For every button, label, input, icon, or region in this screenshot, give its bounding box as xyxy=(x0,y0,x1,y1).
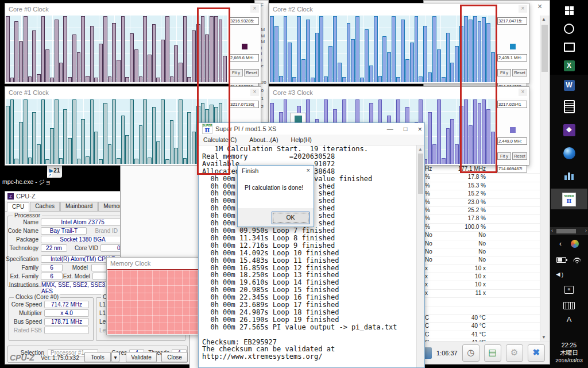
close-icon[interactable]: × xyxy=(519,89,527,96)
scroll-thumb[interactable] xyxy=(418,154,423,194)
sensor-row[interactable]: No No xyxy=(424,248,541,256)
superpi-titlebar[interactable]: SUPERπ Super PI / mod1.5 XS — □ × xyxy=(199,123,424,135)
sensor-row[interactable]: % 17.8 % xyxy=(424,215,541,223)
clock-bar xyxy=(338,63,342,83)
vertical-scrollbar[interactable]: ▲ ▼ xyxy=(540,16,550,341)
clock-bar xyxy=(174,45,178,82)
cortana-icon[interactable] xyxy=(550,22,588,36)
sensor-row[interactable]: x 11 x xyxy=(424,290,541,298)
tab-cpu[interactable]: CPU xyxy=(7,202,29,212)
scroll-left-icon[interactable]: ‹ xyxy=(551,228,553,233)
close-icon[interactable]: × xyxy=(519,5,527,13)
sensor-row[interactable]: x 10 x xyxy=(424,281,541,289)
purple-app-icon[interactable]: ❖ xyxy=(550,122,588,138)
clock-bar xyxy=(347,23,351,83)
sensor-row[interactable]: x 10 x xyxy=(424,265,541,273)
tab-mainboard[interactable]: Mainboard xyxy=(60,202,98,211)
core0-clock-graph xyxy=(6,15,227,82)
background-window-panel xyxy=(120,166,200,258)
shortcut-label[interactable]: mpc-hc.exe - ジョ xyxy=(2,178,88,186)
fit-y-button[interactable]: Fit y xyxy=(497,152,511,160)
vertical-scrollbar[interactable]: ▲ xyxy=(416,145,424,367)
fit-y-button[interactable]: Fit y xyxy=(229,69,243,76)
clock-bar xyxy=(284,16,288,82)
reset-button[interactable]: Reset xyxy=(244,69,259,76)
sensor-row[interactable]: % 100.0 % xyxy=(424,224,541,232)
clock-bar xyxy=(419,76,423,82)
battery-icon[interactable] xyxy=(556,257,566,263)
speaker-icon[interactable]: ◄) xyxy=(555,270,563,278)
sensor-row[interactable]: No No xyxy=(424,232,541,240)
touch-keyboard-icon[interactable] xyxy=(550,300,588,310)
sensor-row[interactable]: No No xyxy=(424,240,541,248)
tab-caches[interactable]: Caches xyxy=(30,202,60,211)
clock-bar xyxy=(351,39,355,82)
sensor-row[interactable]: % 15.2 % xyxy=(424,190,541,198)
sensor-row[interactable] xyxy=(424,298,541,306)
calculator-icon[interactable] xyxy=(550,99,588,114)
close-icon[interactable]: × xyxy=(535,3,545,12)
wifi-icon[interactable] xyxy=(572,256,582,263)
clock-bar xyxy=(324,76,328,82)
reset-button[interactable]: Reset xyxy=(512,69,527,76)
clock-bar xyxy=(187,112,191,164)
current-value: 2,669.6 MH: xyxy=(229,54,259,62)
superpi-taskbar-button[interactable]: SUPERπ xyxy=(551,189,587,209)
sensor-row[interactable]: C 40 °C xyxy=(424,315,541,323)
sensor-row[interactable]: % 25.2 % xyxy=(424,207,541,215)
scroll-thumb[interactable] xyxy=(556,229,576,233)
task-view-icon[interactable] xyxy=(550,40,588,54)
minimize-icon[interactable]: — xyxy=(387,125,393,132)
report-button[interactable]: ▤ xyxy=(484,344,501,362)
dialog-titlebar[interactable]: Finish × xyxy=(238,166,314,176)
tools-button[interactable]: Tools xyxy=(84,352,111,362)
word-icon[interactable]: W xyxy=(550,78,588,92)
tray-expand-chevron-icon[interactable]: ‹ xyxy=(559,240,562,248)
sensor-row[interactable] xyxy=(424,306,541,315)
fit-y-button[interactable]: Fit y xyxy=(497,69,511,76)
reset-button[interactable]: Reset xyxy=(512,152,527,160)
current-value: 2,405.1 MH: xyxy=(497,54,527,62)
sensor-row[interactable]: % 23.0 % xyxy=(424,199,541,207)
ok-button[interactable]: OK xyxy=(272,212,310,224)
sensor-row[interactable]: % 15.3 % xyxy=(424,182,541,190)
package-field: Socket 1380 BGA xyxy=(41,236,125,243)
scroll-up-icon[interactable]: ▲ xyxy=(418,147,423,152)
clock-button[interactable]: ◷ xyxy=(462,344,479,362)
settings-gear-icon[interactable]: ⚙ xyxy=(506,344,523,362)
sensor-row[interactable]: % 17.8 % xyxy=(424,174,541,182)
sensor-row[interactable]: C 40 °C xyxy=(424,323,541,331)
scroll-thumb[interactable] xyxy=(541,25,548,72)
start-button[interactable] xyxy=(550,3,588,17)
clock-bar xyxy=(103,103,107,164)
ime-mode-indicator[interactable]: A xyxy=(550,314,588,324)
taskbar-scrollbar[interactable]: ‹ › xyxy=(550,227,588,235)
tray-clock[interactable]: 22:25 木曜日 2016/03/03 xyxy=(550,342,588,364)
close-icon[interactable]: × xyxy=(307,167,310,174)
tools-dropdown-arrow[interactable]: ▾ xyxy=(111,352,119,362)
menu-about[interactable]: About...(A) xyxy=(249,136,278,143)
excel-icon[interactable]: X xyxy=(550,59,588,72)
ratedfsb-label: Rated FSB xyxy=(10,327,42,334)
globe-app-icon[interactable] xyxy=(550,145,588,161)
sensor-row[interactable]: No No xyxy=(424,256,541,264)
memory-clock-graph xyxy=(107,269,198,334)
close-icon[interactable]: × xyxy=(250,5,259,13)
close-icon[interactable]: × xyxy=(250,89,259,96)
clock-bar xyxy=(297,16,301,82)
scroll-down-icon[interactable]: ▼ xyxy=(541,335,546,340)
clock-bar xyxy=(374,16,378,82)
menu-help[interactable]: Help(H) xyxy=(291,136,312,143)
blue-grid-app-icon[interactable] xyxy=(550,168,588,184)
close-button[interactable]: Close xyxy=(161,352,188,362)
validate-button[interactable]: Validate xyxy=(126,352,157,362)
close-icon[interactable]: × xyxy=(417,125,422,133)
scroll-right-icon[interactable]: › xyxy=(585,228,587,233)
close-x-button[interactable]: ✖ xyxy=(528,344,545,362)
sensor-row[interactable]: C 41 °C xyxy=(424,331,541,339)
sensor-row[interactable]: x 10 x xyxy=(424,273,541,281)
maximize-icon[interactable]: □ xyxy=(404,125,408,132)
tray-color-icon[interactable] xyxy=(571,240,579,248)
scroll-up-icon[interactable]: ▲ xyxy=(541,17,546,22)
action-center-icon[interactable]: ≡ xyxy=(550,284,588,296)
